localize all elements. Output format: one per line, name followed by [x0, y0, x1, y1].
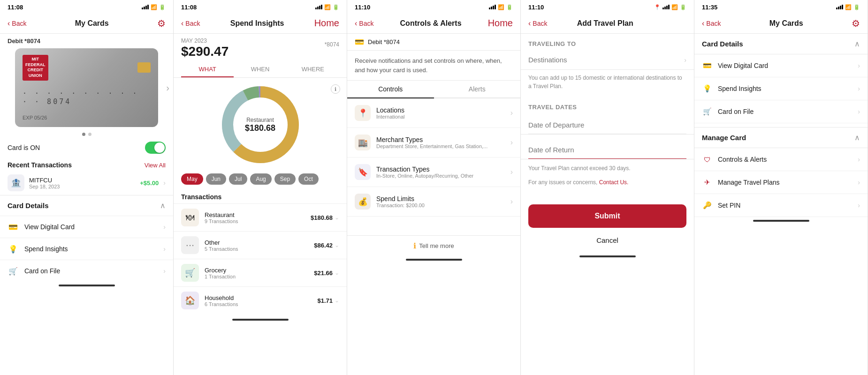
spend-insights-right[interactable]: 💡 Spend Insights › — [694, 77, 868, 100]
back-button-1[interactable]: ‹ Back — [8, 19, 26, 28]
status-time-1: 11:08 — [8, 4, 23, 11]
signal-bars-3 — [489, 5, 496, 9]
view-digital-card-right[interactable]: 💳 View Digital Card › — [694, 54, 868, 77]
manage-travel-plans-right[interactable]: ✈ Manage Travel Plans › — [694, 171, 868, 194]
view-all-button[interactable]: View All — [145, 162, 166, 169]
tx-chevron-1: › — [163, 179, 166, 187]
month-may[interactable]: May — [181, 173, 203, 185]
tab-what[interactable]: WHAT — [181, 61, 234, 77]
controls-alerts-right[interactable]: 🛡 Controls & Alerts › — [694, 148, 868, 171]
settings-icon-1[interactable]: ⚙ — [157, 18, 166, 29]
grocery-expand-icon[interactable]: ⌄ — [335, 270, 339, 276]
card-chip — [137, 62, 151, 73]
month-sep[interactable]: Sep — [274, 173, 296, 185]
control-merchant-types[interactable]: 🏬 Merchant Types Department Store, Enter… — [347, 128, 520, 158]
panel3-scroll: 💳 Debit *8074 Receive notifications and … — [347, 34, 520, 375]
tab-controls[interactable]: Controls — [347, 81, 434, 98]
card-details-section-header[interactable]: Card Details ∧ — [694, 34, 868, 54]
battery-icon-4: 🔋 — [680, 4, 686, 10]
tx-name-1: MITFCU — [29, 177, 135, 184]
accordion-chevron-up: ∧ — [160, 201, 166, 210]
card-nav-dots — [0, 131, 173, 138]
debit-ref-bar: 💳 Debit *8074 — [347, 34, 520, 51]
tab-when[interactable]: WHEN — [234, 61, 286, 77]
month-oct[interactable]: Oct — [298, 173, 319, 185]
status-bar-1: 11:08 📶 🔋 — [0, 0, 173, 13]
submit-button[interactable]: Submit — [528, 204, 686, 228]
signal-bar — [144, 7, 145, 9]
nav-bar-4: ‹ Back Add Travel Plan — [521, 13, 694, 34]
view-digital-card-item[interactable]: 💳 View Digital Card › — [0, 216, 173, 238]
card-on-file-right[interactable]: 🛒 Card on File › — [694, 100, 868, 123]
cancel-button[interactable]: Cancel — [521, 232, 694, 249]
category-other[interactable]: ··· Other 5 Transactions $86.42 ⌄ — [174, 231, 347, 259]
manage-card-chevron: ∧ — [854, 133, 860, 142]
signal-bar — [145, 6, 147, 9]
home-button-2[interactable]: Home — [314, 18, 339, 29]
back-button-2[interactable]: ‹ Back — [181, 19, 200, 28]
departure-input[interactable] — [528, 118, 686, 134]
ctrl-merchant-sub: Department Store, Entertainment, Gas Sta… — [376, 143, 487, 149]
pin-label: Set PIN — [718, 202, 740, 209]
home-bar-4 — [579, 255, 636, 257]
category-grocery[interactable]: 🛒 Grocery 1 Transaction $21.66 ⌄ — [174, 259, 347, 286]
tab-alerts[interactable]: Alerts — [434, 81, 521, 98]
card-label-1: Debit *8074 — [0, 34, 173, 46]
ctrl-spend-chevron: › — [510, 197, 513, 206]
home-indicator-5 — [694, 217, 868, 224]
household-name: Household — [205, 294, 312, 301]
restaurant-expand-icon[interactable]: ⌄ — [335, 214, 339, 221]
card-on-file-icon: 🛒 — [8, 265, 19, 277]
manage-card-section-header[interactable]: Manage Card ∧ — [694, 127, 868, 148]
card-details-header[interactable]: Card Details ∧ — [0, 195, 173, 216]
transaction-item-1[interactable]: 🏦 MITFCU Sep 18, 2023 +$5.00 › — [0, 171, 173, 195]
home-indicator-2 — [174, 316, 347, 322]
month-aug[interactable]: Aug — [250, 173, 271, 185]
back-button-5[interactable]: ‹ Back — [702, 19, 721, 28]
view-digital-card-left: 💳 View Digital Card — [8, 221, 75, 232]
home-button-3[interactable]: Home — [488, 18, 513, 29]
ctrl-transaction-left: 🔖 Transaction Types In-Store, Online, Au… — [355, 164, 473, 180]
set-pin-right[interactable]: 🔑 Set PIN › — [694, 194, 868, 217]
card-on-off-toggle[interactable] — [145, 142, 166, 154]
card-on-file-item[interactable]: 🛒 Card on File › — [0, 260, 173, 282]
panel-spend-insights: 11:08 📶 🔋 ‹ Back Spend Insights Home MAY… — [174, 0, 347, 375]
category-restaurant[interactable]: 🍽 Restaurant 9 Transactions $180.68 ⌄ — [174, 203, 347, 231]
control-spend-limits[interactable]: 💰 Spend Limits Transaction: $200.00 › — [347, 187, 520, 217]
category-household[interactable]: 🏠 Household 6 Transactions $1.71 ⌄ — [174, 286, 347, 314]
control-transaction-types[interactable]: 🔖 Transaction Types In-Store, Online, Au… — [347, 158, 520, 187]
travel-warning: Your Travel Plan cannot exceed 30 days. — [521, 159, 694, 177]
return-input[interactable] — [528, 143, 686, 159]
other-expand-icon[interactable]: ⌄ — [335, 242, 339, 248]
nav-title-1: My Cards — [75, 19, 109, 28]
control-locations[interactable]: 📍 Locations International › — [347, 98, 520, 128]
status-time-2: 11:08 — [181, 4, 197, 11]
ca-icon: 🛡 — [702, 154, 712, 165]
destinations-input[interactable] — [528, 54, 686, 66]
ctrl-locations-left: 📍 Locations International — [355, 105, 405, 121]
chart-info-button[interactable]: ℹ — [331, 84, 340, 94]
settings-icon-5[interactable]: ⚙ — [852, 18, 860, 29]
other-info: Other 5 Transactions — [205, 239, 308, 252]
signal-bars-1 — [142, 5, 149, 9]
signal-bar — [493, 6, 494, 9]
cof-icon: 🛒 — [702, 106, 712, 117]
travel-concern: For any issues or concerns, Contact Us. — [521, 177, 694, 191]
spend-insights-icon: 💡 — [8, 243, 19, 255]
month-jul[interactable]: Jul — [229, 173, 247, 185]
destinations-row: › — [521, 50, 694, 70]
back-button-3[interactable]: ‹ Back — [355, 19, 373, 28]
tell-me-text[interactable]: Tell me more — [419, 242, 454, 249]
household-expand-icon[interactable]: ⌄ — [335, 297, 339, 304]
spend-card-ref: *8074 — [325, 38, 339, 48]
contact-us-link[interactable]: Contact Us. — [599, 179, 629, 186]
spend-insights-item[interactable]: 💡 Spend Insights › — [0, 238, 173, 260]
month-jun[interactable]: Jun — [206, 173, 226, 185]
grocery-count: 1 Transaction — [205, 274, 308, 279]
card-next-chevron[interactable]: › — [166, 82, 169, 93]
tab-where[interactable]: WHERE — [287, 61, 339, 77]
panel4-scroll: Traveling To › You can add up to 15 dome… — [521, 34, 694, 375]
back-button-4[interactable]: ‹ Back — [528, 19, 547, 28]
ctrl-locations-name: Locations — [376, 106, 405, 114]
grocery-icon: 🛒 — [181, 264, 199, 282]
